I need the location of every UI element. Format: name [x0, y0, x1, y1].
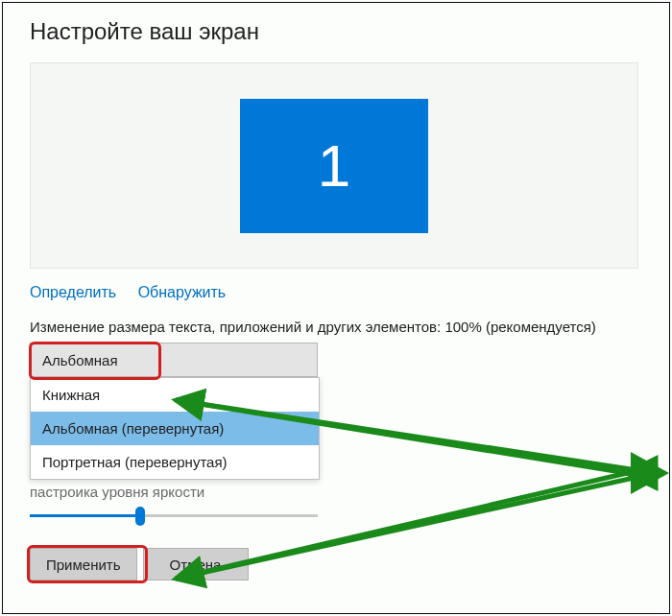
- action-buttons: Применить Отмена: [30, 548, 648, 580]
- apply-button[interactable]: Применить: [30, 548, 137, 580]
- display-preview-area: 1: [30, 62, 638, 269]
- orientation-dropdown[interactable]: Альбомная Книжная Альбомная (перевернута…: [30, 343, 320, 480]
- settings-window: Настройте ваш экран 1 Определить Обнаруж…: [2, 2, 670, 614]
- slider-thumb[interactable]: [135, 507, 145, 526]
- orientation-list: Книжная Альбомная (перевернутая) Портрет…: [30, 377, 320, 480]
- brightness-label: пастроика уровня яркости: [30, 484, 648, 500]
- orientation-option-portrait-flipped[interactable]: Портретная (перевернутая): [31, 445, 319, 479]
- page-title: Настройте ваш экран: [30, 18, 648, 45]
- orientation-option-landscape-flipped[interactable]: Альбомная (перевернутая): [31, 412, 319, 445]
- identify-link[interactable]: Определить: [30, 284, 116, 300]
- scaling-label: Изменение размера текста, приложений и д…: [30, 319, 648, 335]
- monitor-tile-1[interactable]: 1: [240, 99, 428, 233]
- detect-link[interactable]: Обнаружить: [138, 284, 227, 300]
- orientation-selected[interactable]: Альбомная: [30, 343, 318, 377]
- cancel-button[interactable]: Отмена: [143, 548, 249, 580]
- brightness-slider[interactable]: [30, 504, 318, 529]
- orientation-selected-text: Альбомная: [42, 352, 118, 368]
- orientation-option-portrait[interactable]: Книжная: [31, 378, 319, 412]
- slider-fill: [30, 514, 139, 517]
- display-links: Определить Обнаружить: [30, 284, 648, 301]
- monitor-number: 1: [318, 131, 350, 200]
